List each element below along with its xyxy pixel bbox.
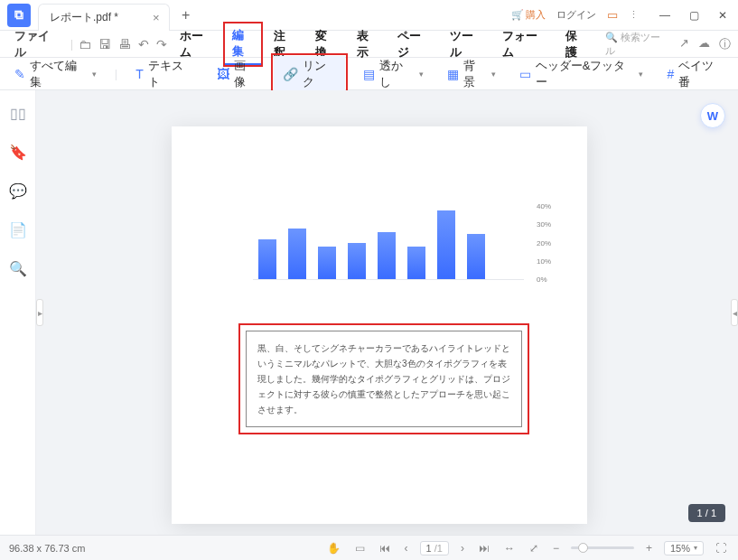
undo-icon[interactable]: ↶	[138, 37, 149, 51]
chart-ytick: 10%	[537, 257, 551, 266]
document-filename: レポート.pdf *	[50, 10, 118, 25]
text-content: 黒、白、そしてシグネチャーカラーであるハイライトレッドというミニマルなパレットで…	[246, 331, 522, 427]
image-icon: 🖼	[217, 67, 229, 81]
titlebar-right-group: 🛒購入 ログイン ▭ ⋮ — ▢ ✕	[511, 8, 738, 22]
chart-bar	[318, 247, 336, 279]
fullscreen-icon[interactable]: ⛶	[713, 542, 729, 555]
watermark-icon: ▤	[363, 67, 375, 81]
chart-bar	[378, 232, 396, 279]
attachments-icon[interactable]: 📄	[9, 221, 27, 238]
edit-all-button[interactable]: ✎ すべて編集 ▾	[9, 54, 102, 94]
background-icon: ▦	[447, 67, 459, 81]
watermark-button[interactable]: ▤ 透かし ▾	[358, 54, 429, 94]
zoom-dropdown[interactable]: 15%▾	[664, 541, 704, 555]
chevron-down-icon: ▾	[419, 70, 424, 79]
last-page-icon[interactable]: ⏭	[476, 542, 492, 555]
chart-ytick: 40%	[537, 202, 551, 210]
search-panel-icon[interactable]: 🔍	[9, 260, 27, 277]
word-export-badge[interactable]: W	[700, 103, 725, 128]
save-icon[interactable]: 🖫	[98, 37, 111, 51]
bates-button[interactable]: # ベイツ番	[661, 54, 729, 94]
chart-ytick: 0%	[537, 275, 551, 284]
background-button[interactable]: ▦ 背景 ▾	[442, 54, 501, 94]
chevron-down-icon: ▾	[491, 70, 496, 79]
image-button[interactable]: 🖼 画像	[211, 54, 261, 94]
main-area: ▯▯ 🔖 💬 📄 🔍 ▸ ◂ W 40%30%20%10%0% 黒、白、そしてシ…	[0, 90, 738, 535]
chart-bar	[467, 234, 485, 279]
open-icon[interactable]: 🗀	[79, 37, 91, 51]
close-window-icon[interactable]: ✕	[713, 9, 733, 22]
chart-ytick: 30%	[537, 220, 551, 229]
canvas[interactable]: ▸ ◂ W 40%30%20%10%0% 黒、白、そしてシグネチャーカラーである…	[36, 90, 738, 535]
next-page-icon[interactable]: ›	[458, 542, 467, 555]
edit-all-icon: ✎	[14, 67, 25, 81]
help-icon[interactable]: ⓘ	[719, 36, 731, 52]
separator: |	[115, 67, 117, 80]
separator: |	[70, 37, 73, 51]
fit-page-icon[interactable]: ⤢	[527, 542, 541, 555]
thumbnails-icon[interactable]: ▯▯	[10, 105, 26, 122]
quick-icons: 🗀 🖫 🖶 ↶ ↷	[79, 37, 167, 51]
window-controls: — ▢ ✕	[649, 9, 733, 22]
purchase-link[interactable]: 🛒購入	[511, 8, 546, 22]
link-icon: 🔗	[283, 67, 298, 81]
page-input[interactable]: 1 /1	[420, 541, 449, 555]
chart-bar	[407, 247, 425, 279]
document-page[interactable]: 40%30%20%10%0% 黒、白、そしてシグネチャーカラーであるハイライトレ…	[172, 126, 587, 524]
fit-width-icon[interactable]: ↔	[501, 542, 518, 555]
login-link[interactable]: ログイン	[556, 8, 596, 22]
close-tab-icon[interactable]: ×	[153, 11, 160, 24]
bates-icon: #	[667, 67, 674, 81]
prev-page-icon[interactable]: ‹	[402, 542, 411, 555]
kebab-menu-icon[interactable]: ⋮	[629, 9, 639, 21]
page-counter-badge: 1 / 1	[688, 504, 725, 522]
text-button[interactable]: T テキスト	[130, 54, 198, 94]
header-footer-button[interactable]: ▭ ヘッダー&フッター ▾	[514, 54, 649, 94]
menu-share-group: ↗ ☁ ⓘ	[679, 36, 731, 52]
chevron-down-icon: ▾	[92, 70, 97, 79]
first-page-icon[interactable]: ⏮	[377, 542, 393, 555]
select-tool-icon[interactable]: ▭	[352, 542, 368, 555]
collapse-left-icon[interactable]: ▸	[36, 299, 43, 326]
minimize-icon[interactable]: —	[655, 9, 675, 22]
bookmark-icon[interactable]: 🔖	[9, 144, 27, 161]
chart: 40%30%20%10%0%	[253, 208, 524, 307]
share-icon[interactable]: ↗	[679, 36, 689, 52]
link-button[interactable]: 🔗 リンク	[274, 56, 345, 92]
chart-ytick: 20%	[537, 239, 551, 247]
page-dimensions: 96.38 x 76.73 cm	[9, 543, 85, 554]
chart-bar	[258, 239, 276, 279]
chart-bar	[288, 229, 306, 279]
edit-toolbar: ✎ すべて編集 ▾ | T テキスト 🖼 画像 🔗 リンク ▤ 透かし ▾ ▦ …	[0, 58, 738, 90]
maximize-icon[interactable]: ▢	[684, 9, 704, 22]
zoom-out-icon[interactable]: −	[550, 542, 562, 555]
chevron-down-icon: ▾	[639, 70, 643, 79]
text-icon: T	[135, 67, 144, 81]
comments-panel-icon[interactable]: 💬	[9, 182, 27, 200]
hand-tool-icon[interactable]: ✋	[324, 542, 343, 555]
cloud-icon[interactable]: ☁	[698, 36, 710, 52]
notification-icon[interactable]: ▭	[607, 8, 618, 22]
highlighted-text-region[interactable]: 黒、白、そしてシグネチャーカラーであるハイライトレッドというミニマルなパレットで…	[240, 325, 528, 433]
header-footer-icon: ▭	[519, 67, 531, 81]
chart-bar	[348, 243, 366, 279]
redo-icon[interactable]: ↷	[156, 37, 167, 51]
chart-bar	[437, 210, 455, 279]
zoom-thumb[interactable]	[578, 543, 588, 553]
zoom-in-icon[interactable]: +	[643, 542, 655, 555]
print-icon[interactable]: 🖶	[118, 37, 131, 51]
left-sidebar: ▯▯ 🔖 💬 📄 🔍	[0, 90, 36, 535]
zoom-slider[interactable]	[571, 546, 634, 549]
status-bar: 96.38 x 76.73 cm ✋ ▭ ⏮ ‹ 1 /1 › ⏭ ↔ ⤢ − …	[0, 535, 738, 560]
collapse-right-icon[interactable]: ◂	[731, 299, 738, 326]
add-tab-button[interactable]: +	[175, 5, 197, 26]
